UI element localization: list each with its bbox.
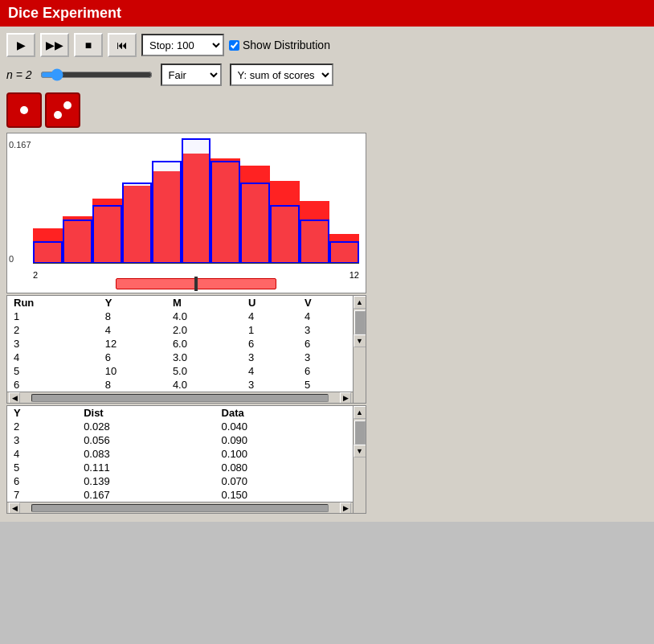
die2-dot2 [54, 111, 62, 119]
run-header-m: M [166, 296, 242, 310]
run-header-y: Y [99, 296, 166, 310]
range-slider-bar [33, 278, 359, 289]
bar-red-1 [63, 216, 92, 264]
dist-scroll-left[interactable]: ◀ [9, 502, 20, 514]
run-cell-2-4: 6 [298, 337, 353, 351]
dist-table-with-scroll: YDistData20.0280.04030.0560.09040.0830.1… [7, 406, 366, 513]
dist-scroll-right[interactable]: ▶ [340, 502, 351, 514]
dist-header-data: Data [215, 406, 353, 420]
dist-row-1: 30.0560.090 [7, 433, 353, 447]
dist-cell-2-2: 0.100 [215, 447, 353, 461]
dist-row-4: 60.1390.070 [7, 474, 353, 488]
x-axis-line [33, 263, 359, 264]
dist-cell-5-2: 0.150 [215, 488, 353, 502]
slider-container [40, 68, 153, 81]
dist-v-scroll[interactable]: ▲ ▼ [353, 406, 366, 513]
dist-header-dist: Dist [77, 406, 215, 420]
dist-row-0: 20.0280.040 [7, 420, 353, 433]
die-1 [6, 92, 42, 128]
bar-group-1 [63, 140, 92, 264]
run-cell-0-3: 4 [242, 310, 298, 323]
dist-cell-5-1: 0.167 [77, 488, 215, 502]
die-2 [45, 92, 80, 128]
run-cell-2-0: 3 [7, 337, 99, 351]
run-cell-4-2: 5.0 [166, 364, 242, 378]
bar-group-7 [240, 140, 270, 264]
bar-red-7 [240, 166, 270, 264]
stop-button[interactable]: ■ [74, 33, 103, 57]
dist-scroll-down[interactable]: ▼ [354, 445, 366, 457]
app-title: Dice Experiment [8, 5, 121, 21]
dist-scroll-thumb[interactable] [354, 420, 366, 445]
run-cell-4-1: 10 [99, 364, 166, 378]
run-row-1: 242.013 [7, 323, 353, 337]
run-table-section: RunYMUV184.044242.0133126.066463.0335105… [6, 295, 366, 404]
dist-header-y: Y [7, 406, 77, 420]
bar-group-0 [33, 140, 63, 264]
dist-table: YDistData20.0280.04030.0560.09040.0830.1… [7, 406, 353, 502]
bar-group-3 [122, 140, 152, 264]
run-scroll-left[interactable]: ◀ [9, 392, 20, 404]
run-cell-5-1: 8 [99, 378, 166, 392]
dist-row-5: 70.1670.150 [7, 488, 353, 502]
run-v-scroll[interactable]: ▲ ▼ [353, 296, 366, 403]
dist-h-scroll[interactable]: ◀ ▶ [7, 502, 353, 513]
run-cell-1-1: 4 [99, 323, 166, 337]
run-scroll-track[interactable] [31, 394, 329, 402]
run-scroll-up[interactable]: ▲ [354, 296, 366, 309]
run-cell-0-4: 4 [298, 310, 353, 323]
run-h-scroll[interactable]: ◀ ▶ [7, 392, 353, 403]
run-cell-2-3: 6 [242, 337, 298, 351]
dist-cell-4-1: 0.139 [77, 474, 215, 488]
run-row-2: 3126.066 [7, 337, 353, 351]
dist-cell-4-0: 6 [7, 474, 77, 488]
bar-red-4 [152, 171, 182, 264]
run-scroll-thumb[interactable] [354, 310, 366, 334]
dist-cell-3-0: 5 [7, 461, 77, 474]
run-table-scroll[interactable]: RunYMUV184.044242.0133126.066463.0335105… [7, 296, 353, 392]
dist-scroll-up[interactable]: ▲ [354, 406, 366, 419]
chart-container: 0.167 0 2 12 [6, 133, 366, 293]
bar-group-8 [270, 140, 300, 264]
bar-red-8 [270, 181, 300, 264]
controls-row: n = 2 Fair Loaded Y: sum of scores Y: mi… [6, 64, 648, 86]
reset-button[interactable]: ⏮ [108, 33, 137, 57]
run-cell-1-4: 3 [298, 323, 353, 337]
fast-forward-button[interactable]: ▶▶ [40, 33, 69, 57]
dist-cell-1-2: 0.090 [215, 433, 353, 447]
run-header-v: V [298, 296, 353, 310]
dist-cell-3-1: 0.111 [77, 461, 215, 474]
run-cell-0-1: 8 [99, 310, 166, 323]
dist-row-3: 50.1110.080 [7, 461, 353, 474]
bar-group-9 [300, 140, 329, 264]
y-zero-label: 0 [9, 254, 14, 264]
dist-cell-0-2: 0.040 [215, 420, 353, 433]
dist-table-scroll[interactable]: YDistData20.0280.04030.0560.09040.0830.1… [7, 406, 353, 502]
y-select[interactable]: Y: sum of scores Y: min score Y: max sco… [230, 64, 333, 86]
n-slider[interactable] [40, 68, 153, 81]
type-select[interactable]: Fair Loaded [161, 64, 222, 86]
dist-scroll-track[interactable] [31, 504, 329, 512]
bar-group-10 [329, 140, 359, 264]
run-cell-3-3: 3 [242, 351, 298, 364]
run-cell-0-0: 1 [7, 310, 99, 323]
run-scroll-down[interactable]: ▼ [354, 334, 366, 347]
range-track [116, 278, 276, 289]
run-cell-5-3: 3 [242, 378, 298, 392]
run-cell-0-2: 4.0 [166, 310, 242, 323]
play-button[interactable]: ▶ [6, 33, 35, 57]
dice-display [6, 92, 648, 128]
run-header-run: Run [7, 296, 99, 310]
show-distribution-checkbox[interactable] [229, 40, 239, 51]
bar-group-4 [152, 140, 182, 264]
run-scroll-right[interactable]: ▶ [340, 392, 351, 404]
run-cell-2-2: 6.0 [166, 337, 242, 351]
y-max-label: 0.167 [9, 140, 31, 150]
run-cell-5-4: 5 [298, 378, 353, 392]
stop-select[interactable]: Stop: 10 Stop: 100 Stop: 1000 Stop: 1000… [141, 34, 224, 56]
bar-group-5 [182, 140, 211, 264]
run-cell-1-0: 2 [7, 323, 99, 337]
dist-cell-2-0: 4 [7, 447, 77, 461]
run-table: RunYMUV184.044242.0133126.066463.0335105… [7, 296, 353, 392]
show-distribution-label[interactable]: Show Distribution [229, 39, 330, 51]
